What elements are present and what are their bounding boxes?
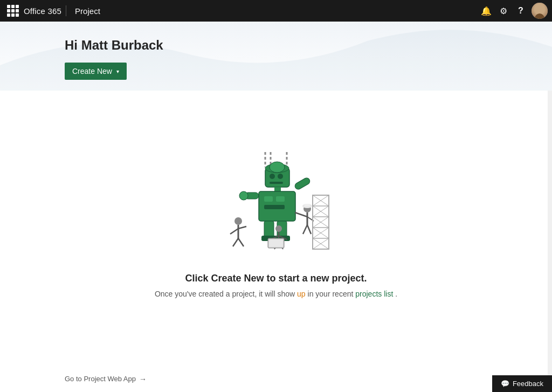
chevron-down-icon: ▾ xyxy=(116,68,119,74)
create-new-label: Create New xyxy=(72,67,112,75)
svg-line-26 xyxy=(238,238,244,246)
svg-point-27 xyxy=(275,225,282,232)
svg-rect-16 xyxy=(294,177,311,190)
chat-icon: 💬 xyxy=(501,380,509,388)
bell-button[interactable]: 🔔 xyxy=(478,2,495,19)
svg-rect-17 xyxy=(264,221,274,237)
project-web-link[interactable]: Go to Project Web App → xyxy=(65,375,147,383)
svg-rect-13 xyxy=(264,205,285,209)
help-button[interactable]: ? xyxy=(512,2,529,19)
header-section: Hi Matt Burback Create New ▾ xyxy=(0,22,552,91)
svg-rect-6 xyxy=(270,182,283,184)
cta-link-up[interactable]: up xyxy=(297,290,306,298)
svg-line-24 xyxy=(238,226,246,229)
svg-line-39 xyxy=(295,212,307,217)
feedback-label: Feedback xyxy=(513,380,543,388)
svg-rect-12 xyxy=(276,196,285,202)
cta-text-1: Once you've created a project, it will s… xyxy=(155,290,295,298)
svg-point-5 xyxy=(278,174,283,179)
center-content: Click Create New to start a new project.… xyxy=(0,91,552,392)
cta-heading: Click Create New to start a new project. xyxy=(185,273,367,284)
greeting-text: Hi Matt Burback xyxy=(65,38,487,53)
arrow-right-icon: → xyxy=(139,375,147,383)
svg-line-41 xyxy=(303,225,307,234)
settings-icon: ⚙ xyxy=(500,6,507,16)
topbar-divider xyxy=(66,5,66,16)
settings-button[interactable]: ⚙ xyxy=(495,2,512,19)
cta-text-4: . xyxy=(395,290,397,298)
svg-point-4 xyxy=(270,174,275,179)
svg-point-8 xyxy=(270,162,285,173)
avatar-button[interactable] xyxy=(532,3,548,19)
help-icon: ? xyxy=(518,6,523,16)
svg-rect-11 xyxy=(264,196,273,202)
cta-link-projects[interactable]: projects list xyxy=(355,290,393,298)
header-background xyxy=(0,22,552,91)
bell-icon: 🔔 xyxy=(481,6,492,16)
topbar: Office 365 Project 🔔 ⚙ ? xyxy=(0,0,552,22)
svg-point-15 xyxy=(239,191,248,200)
svg-line-42 xyxy=(307,225,311,234)
create-new-button[interactable]: Create New ▾ xyxy=(65,63,127,80)
feedback-button[interactable]: 💬 Feedback xyxy=(492,375,552,392)
cta-text-3: in your recent xyxy=(308,290,354,298)
app-label: Project xyxy=(75,6,100,16)
svg-rect-9 xyxy=(274,187,281,191)
waffle-icon xyxy=(7,5,19,17)
cta-subtext: Once you've created a project, it will s… xyxy=(155,290,397,298)
svg-rect-37 xyxy=(305,204,310,207)
office365-label[interactable]: Office 365 xyxy=(24,6,61,16)
svg-line-23 xyxy=(230,229,238,234)
waffle-button[interactable] xyxy=(4,2,22,19)
user-avatar xyxy=(532,3,548,19)
svg-point-21 xyxy=(234,217,242,225)
main-content: Hi Matt Burback Create New ▾ xyxy=(0,22,552,392)
svg-rect-34 xyxy=(269,239,283,247)
illustration xyxy=(217,152,335,260)
footer: Go to Project Web App → xyxy=(0,365,552,392)
svg-line-25 xyxy=(233,238,238,246)
project-web-label: Go to Project Web App xyxy=(65,375,136,383)
